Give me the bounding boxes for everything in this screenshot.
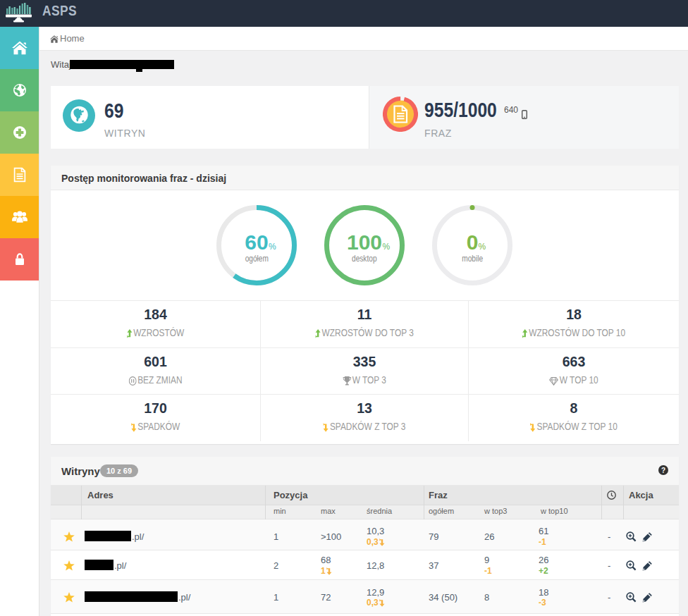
svg-text:?: ? bbox=[661, 467, 665, 474]
